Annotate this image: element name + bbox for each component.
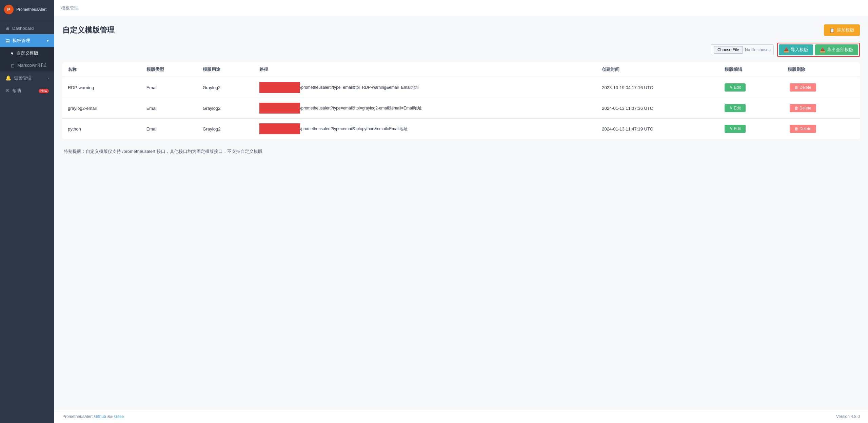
footer-separator: &&	[107, 414, 113, 419]
sidebar-item-help-label: 帮助	[12, 88, 21, 94]
help-badge: New	[39, 89, 49, 93]
col-delete: 模版删除	[782, 62, 860, 77]
import-export-group: 📥 导入模版 📤 导出全部模版	[777, 43, 860, 57]
cell-usage-1: Graylog2	[197, 98, 254, 119]
path-red-block-0	[259, 82, 300, 93]
export-template-button[interactable]: 📤 导出全部模版	[815, 44, 858, 55]
sidebar-logo: P PrometheusAlert	[0, 0, 54, 19]
no-file-text: No file chosen	[745, 47, 771, 52]
cell-created-2: 2024-01-13 11:47:19 UTC	[596, 119, 719, 139]
file-chooser: Choose File No file chosen	[711, 44, 774, 55]
import-icon: 📥	[784, 47, 789, 53]
sidebar-item-template-mgmt[interactable]: ▤ 模板管理 ▾	[0, 34, 54, 47]
cell-usage-2: Graylog2	[197, 119, 254, 139]
path-text-1: /prometheusalert?type=email&tpl=graylog2…	[300, 105, 422, 111]
sidebar-item-dashboard-label: Dashboard	[12, 26, 34, 31]
template-table-container: 名称 模版类型 模版用途 路径 创建时间 模版编辑 模版删除 RDP-warni…	[62, 62, 860, 139]
page-header: 自定义模版管理 📋 添加模版	[62, 24, 860, 36]
sidebar-item-alert-mgmt[interactable]: 🔔 告警管理 ›	[0, 72, 54, 84]
path-text-0: /prometheusalert?type=email&tpl=RDP-warn…	[300, 85, 419, 90]
table-row: graylog2-email Email Graylog2 /prometheu…	[62, 98, 860, 119]
cell-edit-0: ✎ Edit	[719, 77, 782, 98]
markdown-icon: ◻	[11, 63, 15, 68]
import-export-bar: Choose File No file chosen 📥 导入模版 📤 导出全部…	[62, 43, 860, 57]
sidebar: P PrometheusAlert ⊞ Dashboard ▤ 模板管理 ▾ ♥…	[0, 0, 54, 423]
col-created: 创建时间	[596, 62, 719, 77]
sidebar-item-markdown-test-label: Markdown测试	[17, 62, 46, 68]
col-usage: 模版用途	[197, 62, 254, 77]
chevron-down-icon: ▾	[47, 39, 49, 43]
col-edit: 模版编辑	[719, 62, 782, 77]
import-template-button[interactable]: 📥 导入模版	[779, 44, 813, 55]
footer-links: PrometheusAlert Github && Gitee	[62, 414, 124, 419]
sidebar-item-custom-template[interactable]: ♥ 自定义模版	[0, 47, 54, 59]
cell-delete-1: 🗑 Delete	[782, 98, 860, 119]
cell-usage-0: Graylog2	[197, 77, 254, 98]
edit-button-1[interactable]: ✎ Edit	[725, 104, 746, 112]
cell-path-2: /prometheusalert?type=email&tpl=python&e…	[254, 119, 596, 139]
heart-icon: ♥	[11, 51, 14, 56]
cell-path-1: /prometheusalert?type=email&tpl=graylog2…	[254, 98, 596, 119]
template-table: 名称 模版类型 模版用途 路径 创建时间 模版编辑 模版删除 RDP-warni…	[62, 62, 860, 139]
content-area: 自定义模版管理 📋 添加模版 Choose File No file chose…	[54, 16, 868, 410]
sidebar-item-markdown-test[interactable]: ◻ Markdown测试	[0, 59, 54, 72]
table-row: python Email Graylog2 /prometheusalert?t…	[62, 119, 860, 139]
col-type: 模版类型	[141, 62, 197, 77]
dashboard-icon: ⊞	[5, 25, 9, 31]
sidebar-nav: ⊞ Dashboard ▤ 模板管理 ▾ ♥ 自定义模版 ◻ Markdown测…	[0, 19, 54, 423]
edit-button-2[interactable]: ✎ Edit	[725, 125, 746, 133]
github-link[interactable]: Github	[94, 414, 106, 419]
choose-file-button[interactable]: Choose File	[714, 46, 743, 54]
sidebar-item-custom-template-label: 自定义模版	[16, 50, 38, 56]
sidebar-item-template-mgmt-label: 模板管理	[13, 38, 30, 44]
breadcrumb-text: 模板管理	[61, 5, 79, 11]
table-header: 名称 模版类型 模版用途 路径 创建时间 模版编辑 模版删除	[62, 62, 860, 77]
cell-name-0: RDP-warning	[62, 77, 141, 98]
footer-version: Version 4.8.0	[836, 414, 860, 419]
topbar: 模板管理	[54, 0, 868, 16]
sidebar-logo-text: PrometheusAlert	[16, 7, 46, 12]
cell-delete-2: 🗑 Delete	[782, 119, 860, 139]
add-icon: 📋	[829, 28, 835, 33]
add-template-button[interactable]: 📋 添加模版	[824, 24, 860, 36]
mail-icon: ✉	[5, 88, 9, 94]
cell-type-2: Email	[141, 119, 197, 139]
cell-edit-1: ✎ Edit	[719, 98, 782, 119]
footer-brand: PrometheusAlert	[62, 414, 93, 419]
gitee-link[interactable]: Gitee	[114, 414, 124, 419]
table-row: RDP-warning Email Graylog2 /prometheusal…	[62, 77, 860, 98]
page-title: 自定义模版管理	[62, 25, 115, 35]
cell-name-2: python	[62, 119, 141, 139]
cell-delete-0: 🗑 Delete	[782, 77, 860, 98]
import-label: 导入模版	[791, 47, 808, 53]
cell-edit-2: ✎ Edit	[719, 119, 782, 139]
export-icon: 📤	[820, 47, 825, 53]
path-red-block-2	[259, 123, 300, 134]
bell-icon: 🔔	[5, 75, 11, 81]
logo-icon: P	[4, 5, 14, 14]
path-text-2: /prometheusalert?type=email&tpl=python&e…	[300, 126, 408, 132]
col-name: 名称	[62, 62, 141, 77]
cell-name-1: graylog2-email	[62, 98, 141, 119]
cell-created-1: 2024-01-13 11:37:36 UTC	[596, 98, 719, 119]
sidebar-item-dashboard[interactable]: ⊞ Dashboard	[0, 22, 54, 34]
export-label: 导出全部模版	[827, 47, 853, 53]
path-red-block-1	[259, 103, 300, 114]
delete-button-2[interactable]: 🗑 Delete	[790, 125, 816, 133]
main-content: 模板管理 自定义模版管理 📋 添加模版 Choose File No file …	[54, 0, 868, 423]
breadcrumb: 模板管理	[61, 5, 79, 11]
table-body: RDP-warning Email Graylog2 /prometheusal…	[62, 77, 860, 139]
delete-button-0[interactable]: 🗑 Delete	[790, 83, 816, 92]
chevron-right-icon: ›	[47, 76, 49, 80]
sidebar-item-help[interactable]: ✉ 帮助 New	[0, 84, 54, 97]
page-footer: PrometheusAlert Github && Gitee Version …	[54, 410, 868, 423]
add-template-label: 添加模版	[837, 27, 854, 33]
edit-button-0[interactable]: ✎ Edit	[725, 83, 746, 92]
cell-type-1: Email	[141, 98, 197, 119]
sidebar-item-alert-mgmt-label: 告警管理	[14, 75, 32, 81]
cell-type-0: Email	[141, 77, 197, 98]
template-mgmt-icon: ▤	[5, 38, 10, 43]
notice-text: 特别提醒：自定义模版仅支持 /prometheusalert 接口，其他接口均为…	[62, 144, 860, 159]
delete-button-1[interactable]: 🗑 Delete	[790, 104, 816, 112]
col-path: 路径	[254, 62, 596, 77]
